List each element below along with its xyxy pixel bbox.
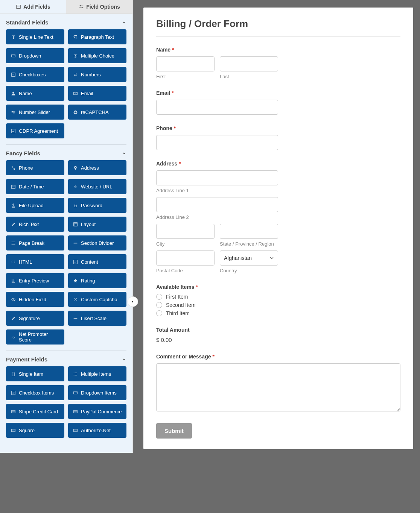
postal-input[interactable] — [156, 250, 215, 266]
field-likert-scale[interactable]: Likert Scale — [68, 311, 126, 326]
section-title: Payment Fields — [6, 356, 47, 363]
field-label: Likert Scale — [81, 316, 107, 321]
field-single-line-text[interactable]: Single Line Text — [6, 29, 64, 44]
submit-button[interactable]: Submit — [156, 423, 192, 439]
field-address: Address* Address Line 1 Address Line 2 C… — [156, 161, 400, 273]
field-rating[interactable]: Rating — [68, 273, 126, 288]
field-square[interactable]: Square — [6, 423, 64, 438]
country-select[interactable]: Afghanistan — [220, 250, 278, 266]
field-name[interactable]: Name — [6, 86, 64, 101]
field-stripe[interactable]: Stripe Credit Card — [6, 404, 64, 419]
field-password[interactable]: Password — [68, 198, 126, 213]
field-paypal[interactable]: PayPal Commerce — [68, 404, 126, 419]
field-dropdown-items[interactable]: Dropdown Items — [68, 385, 126, 400]
field-label: Website / URL — [81, 184, 113, 190]
address-line1-input[interactable] — [156, 170, 278, 185]
field-gdpr[interactable]: GDPR Agreement — [6, 123, 64, 138]
field-label: Multiple Items — [81, 371, 111, 377]
addr1-sublabel: Address Line 1 — [156, 188, 278, 193]
field-net-promoter[interactable]: Net Promoter Score — [6, 329, 64, 345]
pencil-icon — [11, 222, 16, 227]
field-phone[interactable]: Phone — [6, 160, 64, 175]
radio-item[interactable]: First Item — [156, 294, 400, 300]
section-header-standard[interactable]: Standard Fields — [0, 14, 132, 29]
radio-label: First Item — [166, 294, 188, 300]
section-header-fancy[interactable]: Fancy Fields — [0, 145, 132, 160]
list-icon — [73, 371, 78, 376]
field-entry-preview[interactable]: Entry Preview — [6, 273, 64, 288]
field-label: Rating — [81, 278, 95, 284]
radio-icon — [73, 53, 78, 58]
field-multiple-choice[interactable]: Multiple Choice — [68, 48, 126, 63]
divider-icon — [73, 240, 78, 246]
field-html[interactable]: HTML — [6, 254, 64, 269]
radio-label: Third Item — [166, 310, 190, 316]
field-content[interactable]: Content — [68, 254, 126, 269]
field-label: Number Slider — [19, 109, 50, 115]
field-label: Layout — [81, 222, 96, 227]
first-name-input[interactable] — [156, 56, 215, 71]
field-label: Content — [81, 259, 98, 265]
form-title: Billing / Order Form — [156, 18, 400, 30]
field-dropdown[interactable]: Dropdown — [6, 48, 64, 63]
field-label: Address — [81, 165, 99, 171]
field-custom-captcha[interactable]: Custom Captcha — [68, 292, 126, 307]
field-file-upload[interactable]: File Upload — [6, 198, 64, 213]
card-icon — [11, 409, 16, 414]
field-checkboxes[interactable]: Checkboxes — [6, 67, 64, 82]
field-multiple-items[interactable]: Multiple Items — [68, 366, 126, 381]
field-numbers[interactable]: Numbers — [68, 67, 126, 82]
field-rich-text[interactable]: Rich Text — [6, 217, 64, 232]
field-paragraph-text[interactable]: Paragraph Text — [68, 29, 126, 44]
field-label: Single Line Text — [19, 34, 53, 40]
field-label: Page Break — [19, 240, 44, 246]
field-email: Email* — [156, 90, 400, 115]
city-input[interactable] — [156, 224, 215, 239]
comment-textarea[interactable] — [156, 363, 400, 411]
field-label: reCAPTCHA — [81, 109, 109, 115]
radio-icon — [156, 310, 162, 316]
field-page-break[interactable]: Page Break — [6, 235, 64, 250]
field-address[interactable]: Address — [68, 160, 126, 175]
field-layout[interactable]: Layout — [68, 217, 126, 232]
address-line2-input[interactable] — [156, 197, 278, 212]
state-input[interactable] — [220, 224, 278, 239]
field-phone: Phone* — [156, 125, 400, 150]
radio-item[interactable]: Second Item — [156, 302, 400, 308]
field-email[interactable]: Email — [68, 86, 126, 101]
collapse-sidebar-button[interactable] — [128, 296, 138, 307]
field-website-url[interactable]: Website / URL — [68, 179, 126, 194]
country-sublabel: Country — [220, 268, 278, 273]
tab-field-options[interactable]: Field Options — [66, 0, 132, 14]
field-section-divider[interactable]: Section Divider — [68, 235, 126, 250]
field-single-item[interactable]: Single Item — [6, 366, 64, 381]
field-label: Password — [81, 203, 102, 208]
title-divider — [156, 36, 400, 37]
comment-label: Comment or Message* — [156, 354, 400, 360]
radio-icon — [156, 302, 162, 308]
name-label: Name* — [156, 47, 400, 53]
field-signature[interactable]: Signature — [6, 311, 64, 326]
section-header-payment[interactable]: Payment Fields — [0, 351, 132, 366]
field-label: HTML — [19, 259, 32, 265]
phone-input[interactable] — [156, 135, 278, 150]
last-name-input[interactable] — [220, 56, 278, 71]
email-input[interactable] — [156, 100, 278, 115]
field-label: Net Promoter Score — [19, 331, 60, 343]
field-label: Multiple Choice — [81, 53, 114, 59]
last-sublabel: Last — [220, 74, 278, 79]
field-recaptcha[interactable]: reCAPTCHA — [68, 105, 126, 120]
pin-icon — [73, 165, 78, 170]
tab-add-fields[interactable]: Add Fields — [0, 0, 66, 14]
nps-icon — [11, 334, 16, 340]
field-date-time[interactable]: Date / Time — [6, 179, 64, 194]
field-options-icon — [79, 4, 84, 9]
field-authorize[interactable]: Authorize.Net — [68, 423, 126, 438]
field-checkbox-items[interactable]: Checkbox Items — [6, 385, 64, 400]
field-number-slider[interactable]: Number Slider — [6, 105, 64, 120]
field-hidden-field[interactable]: Hidden Field — [6, 292, 64, 307]
radio-item[interactable]: Third Item — [156, 310, 400, 316]
lock-icon — [73, 203, 78, 208]
field-name: Name* First Last — [156, 47, 400, 79]
field-label: GDPR Agreement — [19, 128, 58, 134]
